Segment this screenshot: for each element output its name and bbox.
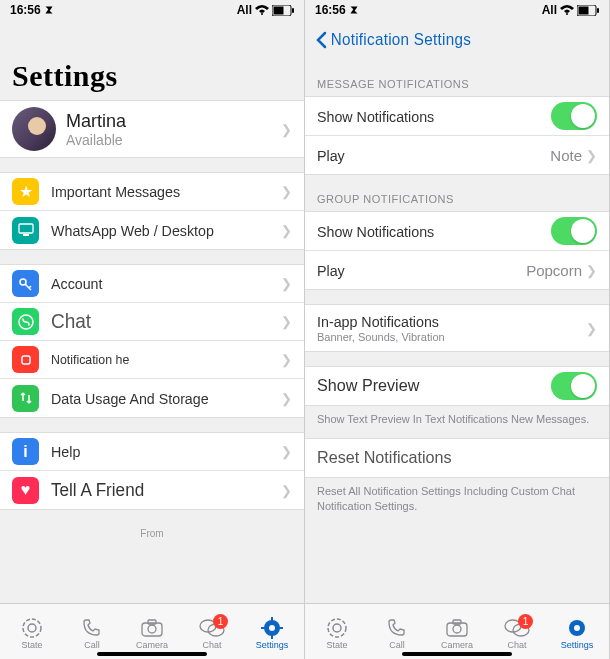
key-icon <box>12 270 39 297</box>
battery-icon <box>272 5 294 16</box>
notification-settings-screen: 16:56 All Notification Settings MESSAGE … <box>305 0 610 659</box>
tab-label: State <box>21 640 42 650</box>
preview-description: Show Text Preview In Text Notifications … <box>305 406 609 438</box>
chevron-right-icon: ❯ <box>586 321 597 336</box>
avatar <box>12 107 56 151</box>
status-network: All <box>237 3 252 17</box>
info-icon: i <box>12 438 39 465</box>
row-whatsapp-web[interactable]: WhatsApp Web / Desktop ❯ <box>0 211 304 249</box>
profile-row[interactable]: Martina Available ❯ <box>0 101 304 157</box>
row-important-messages[interactable]: ★ Important Messages ❯ <box>0 173 304 211</box>
row-show-preview[interactable]: Show Preview <box>305 367 609 405</box>
svg-rect-24 <box>579 6 589 14</box>
tab-label: Settings <box>561 640 594 650</box>
row-label: Reset Notifications <box>317 448 583 468</box>
row-value: Popcorn <box>526 262 582 279</box>
home-indicator[interactable] <box>97 652 207 656</box>
battery-icon <box>577 5 599 16</box>
svg-rect-13 <box>148 620 156 624</box>
row-value: Note <box>550 147 582 164</box>
tab-label: Camera <box>441 640 473 650</box>
svg-rect-19 <box>271 635 273 639</box>
tab-state[interactable]: State <box>2 616 62 650</box>
toggle-on[interactable] <box>551 372 597 400</box>
chevron-right-icon: ❯ <box>281 391 292 406</box>
row-chat[interactable]: Chat ❯ <box>0 303 304 341</box>
svg-point-27 <box>333 624 341 632</box>
tab-settings[interactable]: Settings <box>547 616 607 650</box>
svg-rect-25 <box>597 8 599 13</box>
tab-label: Chat <box>507 640 526 650</box>
tab-camera[interactable]: Camera <box>122 616 182 650</box>
tab-call[interactable]: Call <box>367 616 427 650</box>
footer-note: From <box>0 524 304 547</box>
nav-bar: Notification Settings <box>305 20 609 60</box>
status-time: 16:56 <box>315 3 346 17</box>
chat-badge: 1 <box>213 614 228 629</box>
row-help[interactable]: i Help ❯ <box>0 433 304 471</box>
tab-settings[interactable]: Settings <box>242 616 302 650</box>
row-label: Help <box>51 443 270 460</box>
svg-point-22 <box>566 13 568 15</box>
toggle-on[interactable] <box>551 217 597 245</box>
tab-chat[interactable]: 1 Chat <box>487 616 547 650</box>
row-account[interactable]: Account ❯ <box>0 265 304 303</box>
row-label: Play <box>317 147 539 164</box>
svg-rect-21 <box>279 627 283 629</box>
tab-chat[interactable]: 1 Chat <box>182 616 242 650</box>
row-group-sound[interactable]: Play Popcorn ❯ <box>305 251 609 289</box>
row-notifications[interactable]: Notification he ❯ <box>0 341 304 379</box>
settings-content: Settings Martina Available ❯ ★ Important… <box>0 20 304 603</box>
row-label: Tell A Friend <box>51 480 270 501</box>
row-reset-notif[interactable]: Reset Notifications <box>305 439 609 477</box>
row-inapp-notif[interactable]: In-app Notifications Banner, Sounds, Vib… <box>305 305 609 351</box>
row-sublabel: Banner, Sounds, Vibration <box>317 331 586 343</box>
wifi-icon <box>560 5 574 15</box>
row-label: Notification he <box>51 352 270 367</box>
tab-label: State <box>326 640 347 650</box>
svg-rect-5 <box>23 234 29 236</box>
tab-label: Call <box>389 640 405 650</box>
tab-label: Camera <box>136 640 168 650</box>
home-indicator[interactable] <box>402 652 512 656</box>
toggle-on[interactable] <box>551 102 597 130</box>
svg-rect-30 <box>453 620 461 624</box>
row-message-sound[interactable]: Play Note ❯ <box>305 136 609 174</box>
tab-label: Settings <box>256 640 289 650</box>
tab-state[interactable]: State <box>307 616 367 650</box>
row-show-group-notif[interactable]: Show Notifications <box>305 212 609 251</box>
tab-call[interactable]: Call <box>62 616 122 650</box>
tab-label: Call <box>84 640 100 650</box>
row-label: Show Preview <box>317 376 539 396</box>
chevron-right-icon: ❯ <box>281 122 292 137</box>
tab-bar: State Call Camera 1 Chat Settings <box>0 603 304 659</box>
row-label: Play <box>317 262 516 279</box>
row-tell-friend[interactable]: ♥ Tell A Friend ❯ <box>0 471 304 509</box>
tab-camera[interactable]: Camera <box>427 616 487 650</box>
status-time: 16:56 <box>10 3 41 17</box>
svg-rect-4 <box>19 224 33 233</box>
row-data-usage[interactable]: Data Usage And Storage ❯ <box>0 379 304 417</box>
back-button[interactable]: Notification Settings <box>315 31 475 49</box>
svg-point-12 <box>148 625 156 633</box>
chevron-right-icon: ❯ <box>281 184 292 199</box>
gear-icon <box>261 616 283 640</box>
status-bar: 16:56 All <box>305 0 609 20</box>
svg-point-26 <box>328 619 346 637</box>
bell-icon <box>12 346 39 373</box>
svg-point-10 <box>28 624 36 632</box>
chevron-right-icon: ❯ <box>281 444 292 459</box>
svg-point-17 <box>269 625 275 631</box>
row-label: Important Messages <box>51 183 270 200</box>
status-bar: 16:56 All <box>0 0 304 20</box>
section-header-message: MESSAGE NOTIFICATIONS <box>305 60 609 96</box>
svg-rect-18 <box>271 617 273 621</box>
phone-icon <box>386 616 408 640</box>
svg-rect-8 <box>22 356 30 364</box>
desktop-icon <box>12 217 39 244</box>
row-label: In-app Notifications <box>317 313 573 330</box>
status-network: All <box>542 3 557 17</box>
nav-title: Notification Settings <box>331 31 471 49</box>
chevron-right-icon: ❯ <box>281 314 292 329</box>
row-show-message-notif[interactable]: Show Notifications <box>305 97 609 136</box>
